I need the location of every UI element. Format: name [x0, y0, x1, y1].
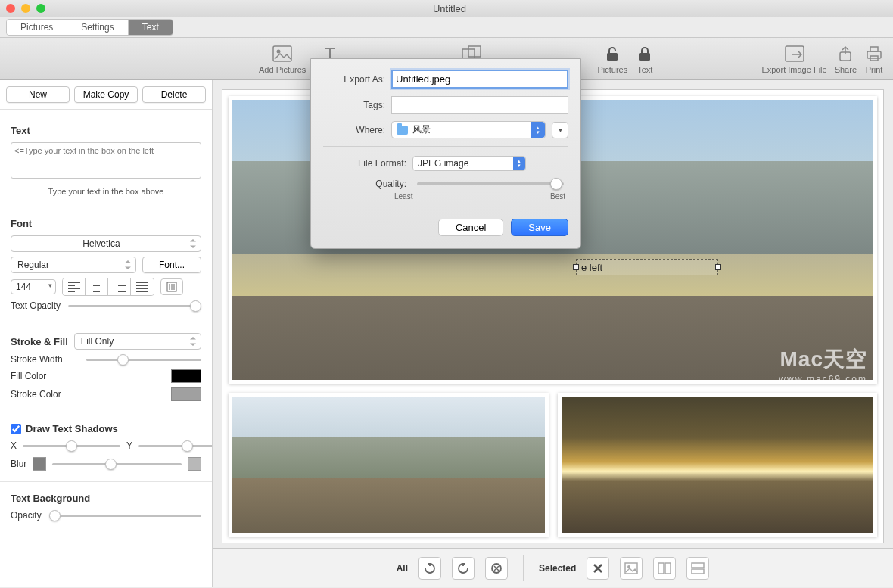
shadow-blur-slider[interactable] [52, 463, 182, 465]
frame-selected-button[interactable] [620, 557, 643, 580]
text-action-row: New Make Copy Delete [0, 80, 212, 110]
font-size-combo[interactable]: 144 [11, 279, 56, 294]
export-button[interactable]: Export Image File [761, 44, 826, 74]
svg-point-17 [627, 565, 630, 568]
text-opacity-slider[interactable] [68, 305, 201, 307]
print-button[interactable]: Print [864, 44, 884, 74]
quality-thumb[interactable] [550, 178, 562, 190]
quality-slider[interactable] [417, 182, 564, 185]
export-as-label: Export As: [323, 74, 385, 85]
text-bg-opacity-slider[interactable] [49, 515, 201, 517]
text-section-header: Text [11, 125, 201, 136]
rotate-all-cw-button[interactable] [418, 557, 441, 580]
resize-handle[interactable] [715, 264, 721, 270]
text-align-group [62, 278, 154, 296]
draw-shadows-input[interactable] [11, 424, 21, 434]
text-hint: Type your text in the box above [11, 187, 201, 196]
svg-rect-0 [273, 46, 291, 61]
font-weight-select[interactable]: Regular [11, 257, 136, 273]
tab-pictures[interactable]: Pictures [7, 20, 67, 35]
shuffle-all-button[interactable] [485, 557, 508, 580]
quality-max-label: Best [550, 192, 565, 201]
save-button[interactable]: Save [511, 219, 568, 236]
share-icon [835, 44, 855, 64]
pictures-lock-toggle[interactable]: Pictures [598, 44, 628, 74]
svg-rect-20 [692, 563, 704, 568]
svg-rect-18 [658, 563, 664, 574]
where-disclose-button[interactable]: ▾ [552, 122, 568, 138]
blur-swatch-light[interactable] [188, 457, 201, 471]
delete-button[interactable]: Delete [142, 86, 206, 103]
traffic-lights [6, 4, 45, 13]
folder-icon [397, 126, 408, 135]
font-family-select[interactable]: Helvetica [11, 235, 201, 252]
tags-input[interactable] [391, 96, 568, 114]
rotate-all-ccw-button[interactable] [452, 557, 475, 580]
svg-rect-8 [867, 51, 881, 58]
where-folder-select[interactable]: 风景 [391, 121, 546, 138]
file-format-label: File Format: [323, 158, 406, 169]
vertical-text-button[interactable] [160, 278, 183, 295]
align-center-button[interactable] [86, 278, 108, 295]
shadow-y-slider[interactable] [138, 445, 212, 447]
toolbar-label: Share [835, 65, 857, 74]
svg-rect-5 [639, 53, 650, 61]
toolbar-label: Text [637, 65, 652, 74]
text-object-overlay[interactable]: e left [576, 259, 718, 275]
svg-rect-16 [625, 563, 637, 574]
zoom-window-button[interactable] [36, 4, 45, 13]
export-filename-input[interactable] [391, 70, 568, 89]
selected-label: Selected [539, 563, 576, 574]
shadow-x-label: X [11, 440, 17, 451]
shadow-y-label: Y [126, 440, 132, 451]
split-horizontal-button[interactable] [686, 557, 709, 580]
panel-tabs: Pictures Settings Text [6, 19, 173, 36]
photo-street[interactable] [558, 393, 878, 537]
make-copy-button[interactable]: Make Copy [74, 86, 138, 103]
stroke-color-swatch[interactable] [171, 387, 201, 401]
export-icon [785, 44, 804, 64]
stroke-fill-mode-select[interactable]: Fill Only [74, 333, 201, 350]
cancel-button[interactable]: Cancel [438, 219, 503, 236]
share-button[interactable]: Share [835, 44, 857, 74]
split-vertical-button[interactable] [653, 557, 676, 580]
export-dialog: Export As: Tags: Where: 风景 ▾ File Format… [310, 58, 581, 249]
toolbar-label: Add Pictures [259, 65, 306, 74]
add-pictures-button[interactable]: Add Pictures [259, 44, 306, 74]
toolbar-label: Print [866, 65, 883, 74]
watermark-url: www.mac69.com [779, 374, 867, 384]
file-format-select[interactable]: JPEG image [412, 156, 526, 171]
toolbar-label: Export Image File [761, 65, 826, 74]
quality-label: Quality: [323, 179, 406, 189]
text-lock-toggle[interactable]: Text [635, 44, 655, 74]
tags-label: Tags: [323, 100, 385, 110]
stroke-fill-header: Stroke & Fill [11, 336, 68, 347]
align-right-button[interactable] [108, 278, 131, 295]
photo-church[interactable] [229, 393, 549, 537]
quality-min-label: Least [394, 192, 412, 201]
shadow-x-slider[interactable] [23, 445, 120, 447]
where-label: Where: [323, 125, 385, 135]
stroke-width-slider[interactable] [86, 359, 201, 361]
blur-swatch-dark[interactable] [33, 457, 46, 471]
text-opacity-label: Text Opacity [11, 300, 61, 311]
close-window-button[interactable] [6, 4, 15, 13]
align-left-button[interactable] [63, 278, 86, 295]
remove-selected-button[interactable] [587, 557, 609, 580]
font-picker-button[interactable]: Font... [142, 257, 201, 273]
draw-shadows-checkbox[interactable]: Draw Text Shadows [11, 423, 201, 434]
inspector-scroll[interactable]: Text Type your text in the box above Fon… [0, 110, 212, 587]
font-section-header: Font [11, 218, 201, 229]
window-title: Untitled [45, 3, 854, 14]
tab-settings[interactable]: Settings [67, 20, 128, 35]
tab-text[interactable]: Text [129, 20, 173, 35]
minimize-window-button[interactable] [21, 4, 30, 13]
resize-handle[interactable] [573, 264, 579, 270]
picture-icon [272, 44, 292, 64]
svg-rect-19 [665, 563, 671, 574]
new-button[interactable]: New [6, 86, 70, 103]
stroke-color-label: Stroke Color [11, 389, 79, 400]
align-justify-button[interactable] [131, 278, 154, 295]
fill-color-swatch[interactable] [171, 369, 201, 383]
text-content-input[interactable] [11, 142, 201, 179]
